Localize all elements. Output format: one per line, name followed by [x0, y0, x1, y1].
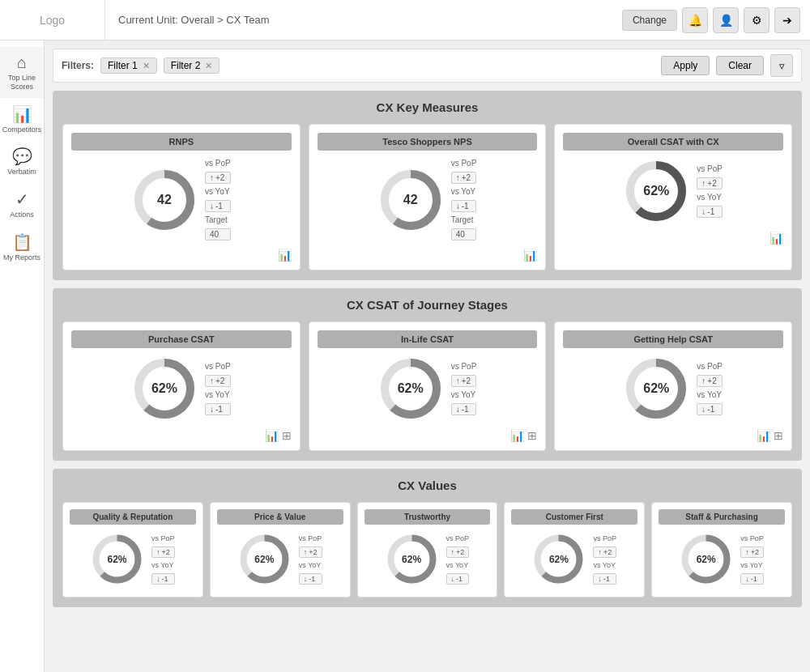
tesco-nps-pop-label: vs PoP [451, 159, 477, 168]
in-life-csat-body: 62% vs PoP ↑+2 vs YoY ↓-1 [318, 356, 538, 426]
in-life-csat-card: In-Life CSAT 62% vs PoP ↑+2 [309, 321, 547, 451]
bar-chart-icon[interactable]: 📊 [278, 249, 292, 262]
filter-tag-2-remove[interactable]: ✕ [205, 61, 212, 71]
trustworthy-yoy: ↓-1 [446, 573, 470, 585]
home-icon: ⌂ [17, 53, 27, 72]
cx-values-section: CX Values Quality & Reputation 62% [53, 469, 802, 607]
rnps-target-label: Target [205, 215, 231, 224]
main-content: Filters: Filter 1 ✕ Filter 2 ✕ Apply Cle… [45, 40, 810, 672]
cx-csat-journey-cards: Purchase CSAT 62% vs PoP ↑+ [62, 321, 792, 451]
price-value-card: Price & Value 62% vs PoP ↑+ [210, 502, 351, 598]
rnps-yoy-value: ↓-1 [205, 200, 231, 212]
trustworthy-body: 62% vs PoP ↑+2 vs YoY ↓-1 [364, 533, 491, 590]
rnps-body: 42 vs PoP ↑+2 vs YoY ↓-1 Target [71, 159, 292, 245]
price-value-header: Price & Value [217, 509, 343, 525]
overall-csat-body: 62% vs PoP ↑+2 vs YoY ↓-1 [563, 159, 783, 228]
in-life-csat-stats: vs PoP ↑+2 vs YoY ↓-1 [451, 362, 477, 415]
tesco-nps-body: 42 vs PoP ↑+2 vs YoY ↓-1 Target [318, 159, 538, 245]
change-button[interactable]: Change [622, 10, 677, 31]
filters-label: Filters: [62, 60, 94, 71]
trustworthy-value: 62% [402, 554, 421, 565]
in-life-csat-donut: 62% [378, 356, 443, 421]
rnps-header: RNPS [71, 133, 292, 151]
cx-csat-journey-section: CX CSAT of Journey Stages Purchase CSAT … [53, 288, 802, 461]
sidebar-item-my-reports[interactable]: 📋 My Reports [0, 226, 44, 269]
filter-tag-2-label: Filter 2 [171, 60, 201, 71]
filter-tag-1[interactable]: Filter 1 ✕ [100, 57, 157, 74]
purchase-csat-header: Purchase CSAT [71, 330, 292, 348]
quality-reputation-yoy: ↓-1 [151, 573, 175, 585]
expand-icon-3[interactable]: ⊞ [774, 429, 783, 442]
bar-chart-icon-4[interactable]: 📊 [265, 429, 279, 442]
check-icon: ✓ [15, 189, 29, 209]
getting-help-csat-yoy: ↓-1 [697, 403, 723, 415]
in-life-csat-header: In-Life CSAT [318, 330, 538, 348]
header: Logo Current Unit: Overall > CX Team Cha… [0, 0, 810, 40]
rnps-stats: vs PoP ↑+2 vs YoY ↓-1 Target 40 [205, 159, 231, 240]
filter-tag-2[interactable]: Filter 2 ✕ [164, 57, 220, 74]
price-value-body: 62% vs PoP ↑+2 vs YoY ↓-1 [217, 533, 343, 590]
bar-chart-icon-3[interactable]: 📊 [770, 232, 783, 245]
logo: Logo [0, 0, 105, 40]
quality-reputation-pop: ↑+2 [151, 547, 175, 558]
getting-help-csat-body: 62% vs PoP ↑+2 vs YoY ↓-1 [563, 356, 783, 426]
quality-reputation-header: Quality & Reputation [70, 509, 196, 525]
customer-first-value: 62% [549, 554, 569, 565]
rnps-target-value: 40 [205, 228, 231, 240]
trustworthy-header: Trustworthy [364, 509, 491, 525]
customer-first-yoy: ↓-1 [593, 573, 616, 585]
gear-icon[interactable]: ⚙ [744, 7, 770, 33]
sidebar-item-label: Actions [10, 211, 34, 219]
getting-help-csat-footer: 📊 ⊞ [563, 429, 783, 442]
rnps-value: 42 [157, 193, 172, 207]
bar-chart-icon-2[interactable]: 📊 [523, 249, 537, 262]
filter-icon[interactable]: ▿ [770, 54, 793, 77]
filter-tag-1-remove[interactable]: ✕ [143, 61, 150, 71]
expand-icon-2[interactable]: ⊞ [527, 429, 537, 442]
cx-csat-journey-title: CX CSAT of Journey Stages [62, 298, 792, 312]
purchase-csat-stats: vs PoP ↑+2 vs YoY ↓-1 [205, 362, 231, 415]
overall-csat-yoy-value: ↓-1 [697, 206, 723, 218]
staff-purchasing-stats: vs PoP ↑+2 vs YoY ↓-1 [740, 534, 764, 585]
bar-chart-icon-5[interactable]: 📊 [510, 429, 524, 442]
rnps-pop-value: ↑+2 [205, 172, 231, 184]
sidebar-item-verbatim[interactable]: 💬 Verbatim [0, 140, 44, 183]
sidebar-item-competitors[interactable]: 📊 Competitors [0, 98, 44, 141]
header-actions: Change 🔔 👤 ⚙ ➔ [622, 7, 810, 33]
price-value-donut: 62% [238, 533, 291, 585]
bar-chart-icon-6[interactable]: 📊 [757, 429, 770, 442]
staff-purchasing-value: 62% [697, 554, 716, 565]
trustworthy-card: Trustworthy 62% vs PoP ↑+2 [357, 502, 498, 598]
sidebar-item-actions[interactable]: ✓ Actions [0, 183, 44, 226]
overall-csat-yoy-label: vs YoY [697, 193, 723, 202]
trustworthy-pop: ↑+2 [446, 547, 470, 558]
filter-bar: Filters: Filter 1 ✕ Filter 2 ✕ Apply Cle… [53, 49, 802, 83]
users-icon[interactable]: 👤 [713, 7, 739, 33]
overall-csat-card: Overall CSAT with CX 62% vs PoP [554, 124, 792, 270]
overall-csat-header: Overall CSAT with CX [563, 133, 783, 151]
overall-csat-pop-label: vs PoP [697, 164, 723, 173]
purchase-csat-donut: 62% [132, 356, 197, 421]
clear-button[interactable]: Clear [716, 56, 764, 75]
rnps-card: RNPS 42 vs PoP ↑+2 [62, 124, 301, 270]
tesco-nps-yoy-value: ↓-1 [451, 200, 477, 212]
rnps-pop-label: vs PoP [205, 159, 231, 168]
price-value-yoy: ↓-1 [299, 573, 322, 585]
bell-icon[interactable]: 🔔 [682, 7, 708, 33]
sidebar-item-top-line-scores[interactable]: ⌂ Top Line Scores [0, 47, 44, 98]
cx-values-cards: Quality & Reputation 62% vs PoP [62, 502, 792, 598]
overall-csat-footer: 📊 [563, 232, 783, 245]
tesco-nps-pop-value: ↑+2 [451, 172, 477, 184]
staff-purchasing-donut: 62% [680, 533, 732, 585]
tesco-nps-yoy-label: vs YoY [451, 187, 477, 196]
layout: ⌂ Top Line Scores 📊 Competitors 💬 Verbat… [0, 40, 810, 672]
sidebar-item-label: Top Line Scores [3, 74, 40, 91]
apply-button[interactable]: Apply [661, 56, 710, 75]
getting-help-csat-pop: ↑+2 [697, 375, 723, 387]
trustworthy-donut: 62% [386, 533, 438, 585]
purchase-csat-value: 62% [151, 381, 177, 396]
logout-icon[interactable]: ➔ [774, 7, 800, 33]
staff-purchasing-header: Staff & Purchasing [659, 509, 785, 525]
expand-icon-1[interactable]: ⊞ [282, 429, 292, 442]
tesco-nps-card: Tesco Shoppers NPS 42 vs PoP [309, 124, 547, 270]
